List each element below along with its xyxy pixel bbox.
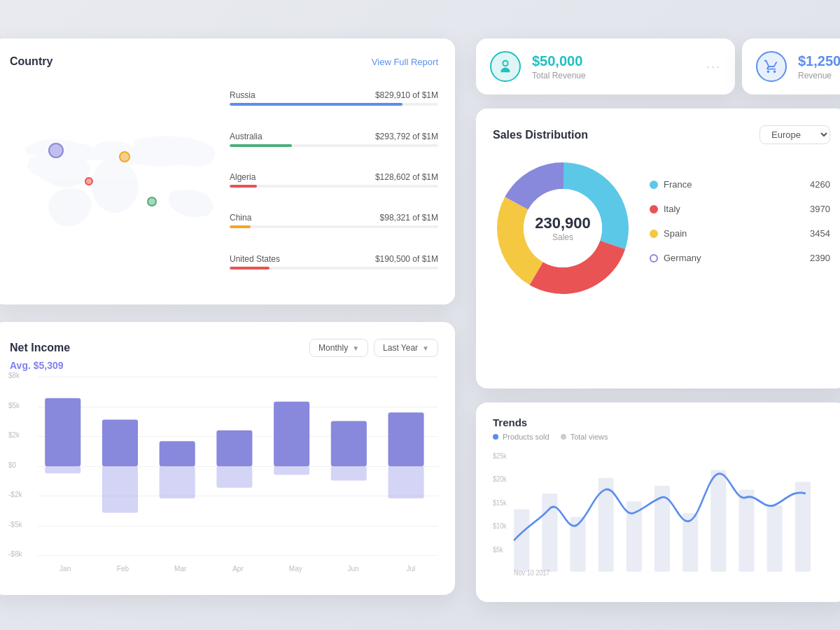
- revenue-amount-1: $50,000: [532, 53, 695, 69]
- x-axis-labels: Jan Feb Mar Apr May Jun Jul: [38, 565, 438, 573]
- income-card-header: Net Income Monthly ▼ Last Year ▼: [10, 339, 438, 357]
- sales-content: 230,900 Sales France 4260 Italy: [493, 158, 830, 298]
- revenue-icon-1: [490, 51, 521, 82]
- trends-legend: Products sold Total views: [493, 433, 830, 441]
- svg-rect-15: [331, 421, 367, 466]
- sales-legend: France 4260 Italy 3970 Spain: [650, 179, 830, 277]
- bar-chart-svg: [38, 377, 438, 556]
- revenue-label-2: Revenue: [798, 71, 840, 80]
- donut-label: Sales: [535, 232, 591, 242]
- map-dot-australia: [147, 197, 157, 206]
- revenue-label-1: Total Revenue: [532, 71, 695, 80]
- revenue-amount-2: $1,250: [798, 53, 840, 69]
- revenue-card-1: $50,000 Total Revenue ···: [476, 38, 735, 94]
- trends-svg: $25k $20k $15k $10k $5k N: [493, 447, 830, 580]
- svg-text:$20k: $20k: [493, 475, 507, 484]
- income-filters: Monthly ▼ Last Year ▼: [309, 339, 438, 357]
- region-select[interactable]: Europe Asia Americas: [760, 125, 830, 144]
- sales-card-header: Sales Distribution Europe Asia Americas: [493, 125, 830, 144]
- svg-text:$5k: $5k: [493, 545, 503, 554]
- svg-rect-12: [216, 466, 252, 488]
- revenue-info-1: $50,000 Total Revenue: [532, 53, 695, 80]
- svg-rect-13: [274, 402, 309, 466]
- bar-chart: $8k $5k $2k $0 -$2k -$5k -$8k: [10, 377, 438, 573]
- map-dot-algeria: [85, 177, 93, 186]
- map-dot-china: [119, 151, 130, 162]
- map-card-header: Country View Full Report: [10, 55, 438, 68]
- chevron-down-icon: ▼: [352, 344, 359, 352]
- year-dropdown[interactable]: Last Year ▼: [374, 339, 438, 357]
- list-item: Spain 3454: [650, 228, 830, 239]
- list-item: Italy 3970: [650, 204, 830, 214]
- chevron-down-icon: ▼: [422, 344, 429, 352]
- trends-card-header: Trends Products sold Total views: [493, 416, 830, 441]
- map-visual: [10, 79, 218, 284]
- svg-rect-24: [514, 509, 529, 571]
- revenue-icon-2: [756, 51, 787, 82]
- map-card-title: Country: [10, 55, 52, 68]
- country-list: Russia $829,910 of $1M Australia $293,79…: [230, 79, 438, 284]
- svg-rect-33: [767, 505, 783, 572]
- svg-rect-5: [45, 398, 80, 466]
- map-card: Country View Full Report: [0, 38, 455, 304]
- list-item: Algeria $128,602 of $1M: [230, 172, 438, 188]
- svg-rect-34: [795, 482, 811, 572]
- revenue-info-2: $1,250 Revenue: [798, 53, 840, 80]
- view-full-report-link[interactable]: View Full Report: [372, 57, 438, 67]
- legend-dot-products: [493, 434, 498, 440]
- trends-card: Trends Products sold Total views $25k $2…: [476, 402, 840, 602]
- svg-rect-31: [710, 470, 726, 572]
- legend-dot-italy: [650, 205, 658, 214]
- donut-center-text: 230,900 Sales: [535, 214, 591, 242]
- sales-distribution-card: Sales Distribution Europe Asia Americas: [476, 108, 840, 388]
- svg-rect-8: [102, 466, 138, 513]
- svg-rect-16: [331, 466, 367, 480]
- svg-rect-25: [542, 493, 557, 572]
- legend-dot-spain: [650, 230, 658, 238]
- map-content: Russia $829,910 of $1M Australia $293,79…: [10, 79, 438, 284]
- donut-number: 230,900: [535, 214, 591, 232]
- svg-rect-6: [45, 466, 80, 473]
- svg-rect-18: [388, 466, 424, 498]
- svg-text:Nov 10 2017: Nov 10 2017: [514, 569, 550, 578]
- map-dot-russia: [48, 143, 64, 158]
- svg-rect-30: [682, 513, 698, 572]
- revenue-card-2: $1,250 Revenue: [742, 38, 840, 94]
- svg-rect-32: [738, 489, 754, 571]
- revenue-more-button-1[interactable]: ···: [706, 59, 721, 74]
- trends-card-title: Trends: [493, 416, 830, 428]
- list-item: Australia $293,792 of $1M: [230, 132, 438, 147]
- legend-products-sold: Products sold: [493, 433, 550, 441]
- svg-rect-10: [160, 466, 195, 498]
- svg-text:$10k: $10k: [493, 522, 507, 531]
- legend-total-views: Total views: [561, 433, 608, 441]
- svg-rect-14: [274, 466, 309, 475]
- svg-rect-7: [102, 419, 138, 466]
- income-card-title: Net Income: [10, 342, 70, 354]
- legend-dot-views: [561, 434, 566, 440]
- world-map-svg: [10, 79, 218, 284]
- net-income-card: Net Income Monthly ▼ Last Year ▼ Avg. $5…: [0, 322, 455, 595]
- svg-rect-17: [388, 412, 424, 466]
- svg-rect-9: [160, 441, 195, 466]
- legend-dot-germany: [650, 254, 658, 262]
- list-item: Russia $829,910 of $1M: [230, 90, 438, 106]
- svg-text:$25k: $25k: [493, 451, 507, 460]
- svg-text:$15k: $15k: [493, 498, 507, 507]
- dashboard: Country View Full Report: [0, 0, 840, 630]
- list-item: China $98,321 of $1M: [230, 213, 438, 228]
- list-item: Germany 2390: [650, 253, 830, 263]
- list-item: France 4260: [650, 179, 830, 190]
- list-item: United States $190,500 of $1M: [230, 254, 438, 270]
- donut-chart: 230,900 Sales: [493, 158, 633, 298]
- svg-rect-11: [216, 430, 252, 466]
- legend-dot-france: [650, 181, 658, 189]
- trends-chart: $25k $20k $15k $10k $5k N: [493, 447, 830, 580]
- income-avg-label: Avg. $5,309: [10, 360, 438, 371]
- sales-card-title: Sales Distribution: [493, 129, 588, 141]
- monthly-dropdown[interactable]: Monthly ▼: [309, 339, 368, 357]
